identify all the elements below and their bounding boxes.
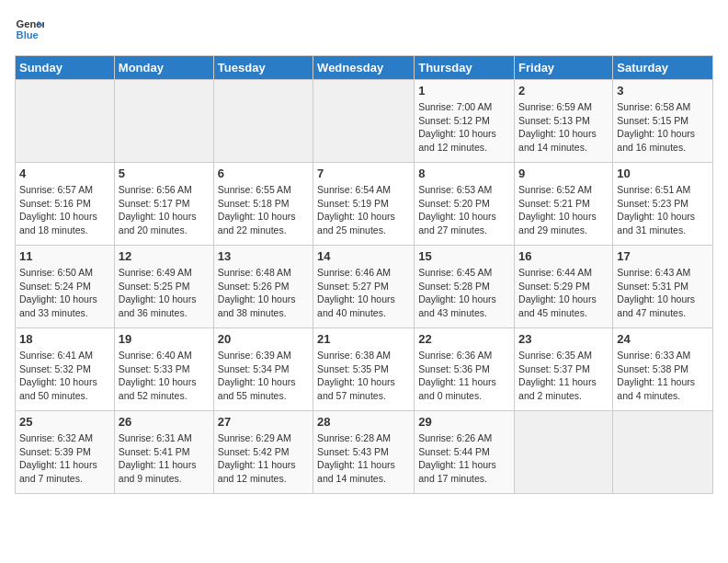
day-number: 2: [518, 84, 609, 98]
calendar-cell: 9Sunrise: 6:52 AM Sunset: 5:21 PM Daylig…: [515, 163, 613, 246]
day-info: Sunrise: 6:26 AM Sunset: 5:44 PM Dayligh…: [418, 431, 510, 486]
calendar-cell: 18Sunrise: 6:41 AM Sunset: 5:32 PM Dayli…: [16, 328, 115, 411]
day-number: 6: [218, 167, 309, 180]
calendar-cell: 13Sunrise: 6:48 AM Sunset: 5:26 PM Dayli…: [213, 246, 313, 328]
calendar-cell: 25Sunrise: 6:32 AM Sunset: 5:39 PM Dayli…: [16, 411, 115, 494]
calendar-cell: 24Sunrise: 6:33 AM Sunset: 5:38 PM Dayli…: [613, 328, 713, 411]
day-number: 18: [19, 332, 110, 346]
day-info: Sunrise: 6:50 AM Sunset: 5:24 PM Dayligh…: [19, 266, 110, 320]
calendar-cell: 20Sunrise: 6:39 AM Sunset: 5:34 PM Dayli…: [213, 328, 313, 411]
day-header-wednesday: Wednesday: [313, 56, 415, 80]
calendar-cell: [16, 80, 115, 163]
day-number: 25: [19, 415, 110, 429]
day-number: 22: [418, 332, 510, 346]
day-info: Sunrise: 6:36 AM Sunset: 5:36 PM Dayligh…: [418, 349, 510, 403]
calendar-cell: 11Sunrise: 6:50 AM Sunset: 5:24 PM Dayli…: [16, 246, 115, 328]
day-number: 4: [19, 167, 110, 180]
day-info: Sunrise: 7:00 AM Sunset: 5:12 PM Dayligh…: [418, 100, 510, 155]
day-number: 12: [119, 249, 210, 263]
calendar-cell: 16Sunrise: 6:44 AM Sunset: 5:29 PM Dayli…: [515, 246, 613, 328]
day-number: 14: [317, 249, 410, 263]
calendar-cell: [114, 80, 213, 163]
day-number: 26: [119, 415, 210, 429]
day-number: 13: [218, 249, 309, 263]
calendar-cell: 28Sunrise: 6:28 AM Sunset: 5:43 PM Dayli…: [313, 411, 415, 494]
calendar-cell: [313, 80, 415, 163]
calendar-cell: 15Sunrise: 6:45 AM Sunset: 5:28 PM Dayli…: [415, 246, 515, 328]
day-info: Sunrise: 6:44 AM Sunset: 5:29 PM Dayligh…: [518, 266, 609, 320]
day-header-monday: Monday: [114, 56, 213, 80]
day-info: Sunrise: 6:56 AM Sunset: 5:17 PM Dayligh…: [119, 183, 210, 237]
day-number: 3: [617, 84, 709, 98]
calendar-cell: 3Sunrise: 6:58 AM Sunset: 5:15 PM Daylig…: [613, 80, 713, 163]
calendar-cell: 23Sunrise: 6:35 AM Sunset: 5:37 PM Dayli…: [515, 328, 613, 411]
logo-icon: General Blue: [15, 15, 44, 44]
calendar-cell: 1Sunrise: 7:00 AM Sunset: 5:12 PM Daylig…: [415, 80, 515, 163]
day-number: 11: [19, 249, 110, 263]
day-info: Sunrise: 6:28 AM Sunset: 5:43 PM Dayligh…: [317, 431, 410, 486]
day-info: Sunrise: 6:52 AM Sunset: 5:21 PM Dayligh…: [518, 183, 609, 237]
day-number: 28: [317, 415, 410, 429]
calendar-cell: 10Sunrise: 6:51 AM Sunset: 5:23 PM Dayli…: [613, 163, 713, 246]
day-info: Sunrise: 6:40 AM Sunset: 5:33 PM Dayligh…: [119, 349, 210, 403]
calendar-cell: [515, 411, 613, 494]
calendar-week-1: 1Sunrise: 7:00 AM Sunset: 5:12 PM Daylig…: [16, 80, 713, 163]
day-info: Sunrise: 6:58 AM Sunset: 5:15 PM Dayligh…: [617, 100, 709, 155]
calendar-cell: 17Sunrise: 6:43 AM Sunset: 5:31 PM Dayli…: [613, 246, 713, 328]
calendar-cell: 8Sunrise: 6:53 AM Sunset: 5:20 PM Daylig…: [415, 163, 515, 246]
logo: General Blue: [15, 15, 48, 44]
day-header-tuesday: Tuesday: [213, 56, 313, 80]
calendar-cell: 14Sunrise: 6:46 AM Sunset: 5:27 PM Dayli…: [313, 246, 415, 328]
calendar-week-2: 4Sunrise: 6:57 AM Sunset: 5:16 PM Daylig…: [16, 163, 713, 246]
day-number: 16: [518, 249, 609, 263]
day-info: Sunrise: 6:53 AM Sunset: 5:20 PM Dayligh…: [418, 183, 510, 237]
day-info: Sunrise: 6:31 AM Sunset: 5:41 PM Dayligh…: [119, 431, 210, 486]
day-info: Sunrise: 6:49 AM Sunset: 5:25 PM Dayligh…: [119, 266, 210, 320]
calendar-cell: 2Sunrise: 6:59 AM Sunset: 5:13 PM Daylig…: [515, 80, 613, 163]
day-number: 7: [317, 167, 410, 180]
calendar-cell: [613, 411, 713, 494]
calendar-cell: 22Sunrise: 6:36 AM Sunset: 5:36 PM Dayli…: [415, 328, 515, 411]
day-number: 17: [617, 249, 709, 263]
day-info: Sunrise: 6:32 AM Sunset: 5:39 PM Dayligh…: [19, 431, 110, 486]
calendar-table: SundayMondayTuesdayWednesdayThursdayFrid…: [15, 55, 713, 494]
day-info: Sunrise: 6:35 AM Sunset: 5:37 PM Dayligh…: [518, 349, 609, 403]
svg-text:Blue: Blue: [17, 29, 39, 40]
calendar-cell: 27Sunrise: 6:29 AM Sunset: 5:42 PM Dayli…: [213, 411, 313, 494]
day-number: 10: [617, 167, 709, 180]
calendar-cell: 6Sunrise: 6:55 AM Sunset: 5:18 PM Daylig…: [213, 163, 313, 246]
day-info: Sunrise: 6:55 AM Sunset: 5:18 PM Dayligh…: [218, 183, 309, 237]
day-info: Sunrise: 6:46 AM Sunset: 5:27 PM Dayligh…: [317, 266, 410, 320]
day-info: Sunrise: 6:43 AM Sunset: 5:31 PM Dayligh…: [617, 266, 709, 320]
day-info: Sunrise: 6:38 AM Sunset: 5:35 PM Dayligh…: [317, 349, 410, 403]
day-number: 23: [518, 332, 609, 346]
day-info: Sunrise: 6:39 AM Sunset: 5:34 PM Dayligh…: [218, 349, 309, 403]
day-number: 27: [218, 415, 309, 429]
calendar-week-5: 25Sunrise: 6:32 AM Sunset: 5:39 PM Dayli…: [16, 411, 713, 494]
day-number: 1: [418, 84, 510, 98]
calendar-cell: 7Sunrise: 6:54 AM Sunset: 5:19 PM Daylig…: [313, 163, 415, 246]
calendar-cell: 29Sunrise: 6:26 AM Sunset: 5:44 PM Dayli…: [415, 411, 515, 494]
day-info: Sunrise: 6:59 AM Sunset: 5:13 PM Dayligh…: [518, 100, 609, 155]
day-info: Sunrise: 6:33 AM Sunset: 5:38 PM Dayligh…: [617, 349, 709, 403]
day-info: Sunrise: 6:51 AM Sunset: 5:23 PM Dayligh…: [617, 183, 709, 237]
day-number: 21: [317, 332, 410, 346]
calendar-cell: 4Sunrise: 6:57 AM Sunset: 5:16 PM Daylig…: [16, 163, 115, 246]
calendar-cell: 21Sunrise: 6:38 AM Sunset: 5:35 PM Dayli…: [313, 328, 415, 411]
day-info: Sunrise: 6:29 AM Sunset: 5:42 PM Dayligh…: [218, 431, 309, 486]
calendar-cell: [213, 80, 313, 163]
calendar-cell: 19Sunrise: 6:40 AM Sunset: 5:33 PM Dayli…: [114, 328, 213, 411]
calendar-header-row: SundayMondayTuesdayWednesdayThursdayFrid…: [16, 56, 713, 80]
day-header-saturday: Saturday: [613, 56, 713, 80]
day-header-thursday: Thursday: [415, 56, 515, 80]
day-number: 20: [218, 332, 309, 346]
day-number: 29: [418, 415, 510, 429]
day-info: Sunrise: 6:54 AM Sunset: 5:19 PM Dayligh…: [317, 183, 410, 237]
day-number: 24: [617, 332, 709, 346]
day-info: Sunrise: 6:41 AM Sunset: 5:32 PM Dayligh…: [19, 349, 110, 403]
day-number: 5: [119, 167, 210, 180]
calendar-cell: 26Sunrise: 6:31 AM Sunset: 5:41 PM Dayli…: [114, 411, 213, 494]
day-number: 8: [418, 167, 510, 180]
day-header-friday: Friday: [515, 56, 613, 80]
calendar-week-3: 11Sunrise: 6:50 AM Sunset: 5:24 PM Dayli…: [16, 246, 713, 328]
